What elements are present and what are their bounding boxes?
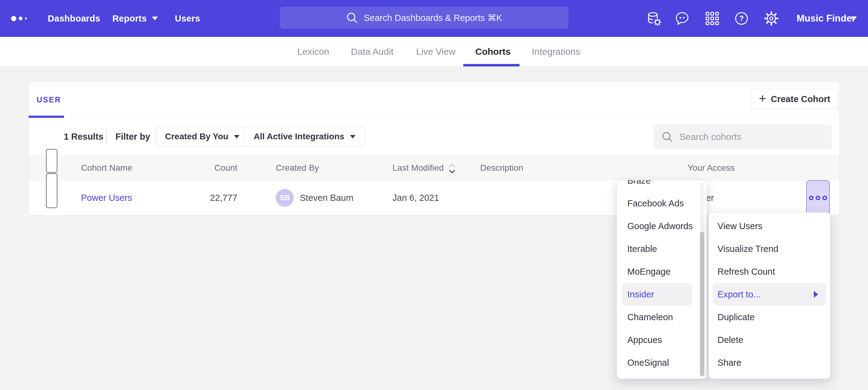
top-navigation-bar: Dashboards Reports Users ? — [0, 0, 868, 37]
tab-lexicon[interactable]: Lexicon — [297, 37, 329, 66]
nav-dashboards-label: Dashboards — [48, 0, 100, 37]
row-more-options-button[interactable] — [806, 180, 830, 215]
nav-reports[interactable]: Reports — [112, 0, 158, 37]
column-your-access[interactable]: Your Access — [688, 156, 735, 180]
search-icon — [661, 131, 673, 143]
results-count: 1 Results — [64, 118, 103, 156]
menu-item-visualize-trend[interactable]: Visualize Trend — [709, 237, 830, 260]
scrollbar-thumb[interactable] — [700, 232, 704, 376]
chevron-down-icon — [350, 135, 355, 138]
feedback-icon[interactable] — [675, 11, 689, 26]
more-options-icon — [809, 196, 813, 200]
cohort-search-input[interactable] — [679, 132, 815, 142]
chevron-down-icon — [234, 135, 240, 138]
cohort-search[interactable] — [653, 125, 832, 149]
nav-reports-label: Reports — [112, 0, 147, 37]
menu-item-view-users[interactable]: View Users — [709, 215, 830, 237]
help-icon[interactable]: ? — [734, 11, 749, 26]
nav-dashboards[interactable]: Dashboards — [48, 0, 100, 37]
filter-by-label: Filter by — [116, 118, 150, 156]
nav-users[interactable]: Users — [175, 0, 200, 37]
column-count[interactable]: Count — [195, 156, 237, 180]
create-cohort-button[interactable]: + Create Cohort — [751, 89, 838, 109]
settings-gear-icon[interactable] — [764, 11, 779, 26]
menu-item-duplicate[interactable]: Duplicate — [709, 306, 830, 328]
avatar: SB — [276, 189, 293, 207]
cohorts-panel-header: USER + Create Cohort — [29, 82, 839, 118]
divider — [106, 129, 107, 144]
column-created-by[interactable]: Created By — [276, 156, 319, 180]
project-selector[interactable]: Music Finder — [797, 0, 856, 37]
sort-icon[interactable] — [448, 162, 456, 175]
secondary-navigation: Lexicon Data Audit Live View Cohorts Int… — [0, 37, 868, 67]
mixpanel-logo-icon[interactable] — [11, 0, 27, 37]
export-targets-menu: Braze Facebook Ads Google Adwords Iterab… — [617, 180, 707, 379]
menu-item-insider[interactable]: Insider — [622, 283, 692, 306]
user-tab-indicator — [29, 116, 64, 118]
plus-icon: + — [759, 92, 766, 105]
menu-item-export-to[interactable]: Export to... — [713, 283, 826, 306]
created-by-name: Steven Baum — [300, 193, 353, 203]
tab-data-audit[interactable]: Data Audit — [351, 37, 393, 66]
menu-item-facebook-ads[interactable]: Facebook Ads — [617, 192, 707, 215]
global-search-input[interactable] — [364, 13, 502, 23]
filter-integrations-dropdown[interactable]: All Active Integrations — [244, 127, 365, 147]
menu-item-braze[interactable]: Braze — [617, 180, 707, 192]
menu-item-delete[interactable]: Delete — [709, 328, 830, 351]
menu-item-google-adwords[interactable]: Google Adwords — [617, 215, 707, 237]
menu-item-onesignal[interactable]: OneSignal — [617, 351, 707, 374]
tab-live-view[interactable]: Live View — [416, 37, 456, 66]
filters-bar: 1 Results Filter by Created By You All A… — [29, 118, 839, 156]
tab-user-cohorts[interactable]: USER — [37, 95, 61, 104]
row-checkbox[interactable] — [46, 173, 58, 208]
menu-item-chameleon[interactable]: Chameleon — [617, 306, 707, 328]
row-actions-list: View Users Visualize Trend Refresh Count… — [709, 215, 830, 374]
column-last-modified[interactable]: Last Modified — [393, 156, 456, 180]
create-cohort-label: Create Cohort — [771, 94, 830, 104]
menu-item-share[interactable]: Share — [709, 351, 830, 374]
apps-grid-icon[interactable] — [705, 11, 720, 26]
tab-cohorts[interactable]: Cohorts — [475, 37, 510, 66]
column-last-modified-label: Last Modified — [393, 163, 444, 173]
chevron-down-icon — [152, 17, 158, 20]
filter-created-by-dropdown[interactable]: Created By You — [155, 127, 249, 147]
table-header: Cohort Name Count Created By Last Modifi… — [29, 156, 839, 180]
nav-users-label: Users — [175, 0, 200, 37]
cohort-name-link[interactable]: Power Users — [81, 193, 132, 203]
svg-text:?: ? — [739, 14, 744, 23]
row-actions-menu: View Users Visualize Trend Refresh Count… — [709, 212, 831, 379]
chevron-down-icon[interactable] — [851, 17, 857, 20]
active-tab-indicator — [463, 64, 520, 66]
data-settings-icon[interactable] — [646, 11, 661, 26]
tab-integrations[interactable]: Integrations — [532, 37, 580, 66]
global-search[interactable] — [280, 7, 568, 29]
filter-created-by-value: Created By You — [165, 132, 228, 141]
search-icon — [346, 12, 358, 24]
submenu-arrow-icon — [814, 291, 818, 298]
select-all-checkbox[interactable] — [46, 149, 58, 173]
filter-integrations-value: All Active Integrations — [254, 132, 344, 141]
project-name: Music Finder — [797, 13, 856, 24]
last-modified-cell: Jan 6, 2021 — [393, 180, 439, 215]
cohort-count: 22,777 — [195, 180, 237, 215]
menu-item-iterable[interactable]: Iterable — [617, 237, 707, 260]
export-targets-list: Braze Facebook Ads Google Adwords Iterab… — [617, 180, 707, 374]
menu-item-moengage[interactable]: MoEngage — [617, 260, 707, 283]
table-row: Power Users 22,777 SB Steven Baum Jan 6,… — [29, 180, 839, 215]
column-description[interactable]: Description — [480, 156, 523, 180]
column-cohort-name[interactable]: Cohort Name — [81, 156, 132, 180]
menu-item-refresh-count[interactable]: Refresh Count — [709, 260, 830, 283]
created-by-cell: SB Steven Baum — [276, 180, 353, 215]
cohorts-panel: USER + Create Cohort 1 Results Filter by… — [28, 82, 840, 215]
menu-item-export-to-label: Export to... — [717, 289, 761, 299]
menu-item-appcues[interactable]: Appcues — [617, 328, 707, 351]
